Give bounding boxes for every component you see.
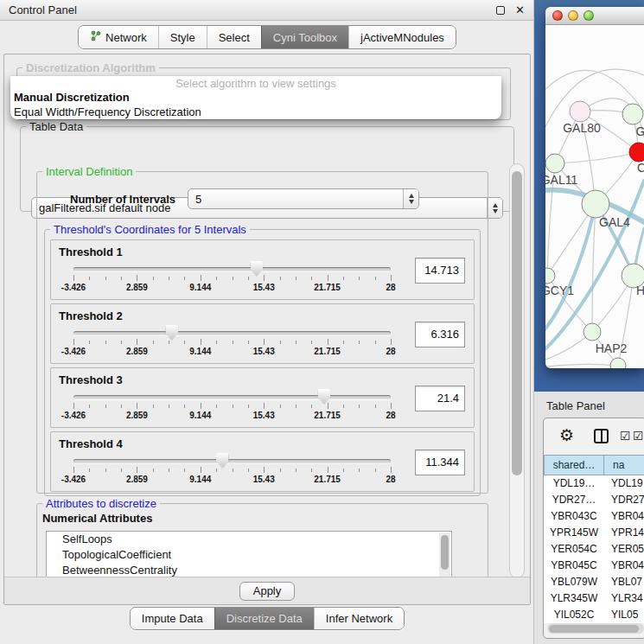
table-horizontal-scrollbar[interactable] — [547, 623, 644, 634]
cell-shared-name[interactable]: YLR345W — [544, 590, 604, 607]
combo-stepper-icon[interactable] — [403, 189, 418, 208]
table-row[interactable]: YLR345WYLR34 — [544, 590, 644, 607]
table-row[interactable]: YDL19…YDL19 — [544, 475, 644, 492]
cell-shared-name[interactable]: YDR27… — [544, 492, 604, 508]
threshold-label: Threshold 3 — [59, 373, 123, 386]
float-window-icon[interactable] — [496, 6, 505, 15]
close-traffic-light-icon[interactable] — [552, 10, 563, 21]
cell-shared-name[interactable]: YPR145W — [544, 525, 604, 541]
network-node[interactable] — [582, 190, 609, 218]
table-panel-title: Table Panel — [546, 399, 605, 412]
table-row[interactable]: YDR27…YDR27 — [544, 492, 644, 508]
attribute-list-item[interactable]: BetweennessCentrality — [47, 563, 451, 577]
threshold-value-field[interactable]: 6.316 — [415, 322, 465, 348]
cell-name[interactable]: YLR34 — [604, 590, 644, 607]
network-node[interactable] — [570, 101, 590, 122]
threshold-slider[interactable] — [73, 459, 391, 463]
threshold-slider[interactable] — [73, 331, 391, 335]
zoom-traffic-light-icon[interactable] — [583, 10, 594, 21]
threshold-slider[interactable] — [73, 267, 391, 271]
tab-select[interactable]: Select — [207, 26, 261, 48]
close-icon[interactable]: ✕ — [515, 6, 525, 15]
minimize-traffic-light-icon[interactable] — [568, 10, 578, 21]
checkbox-checked-icon[interactable]: ☑ — [620, 430, 631, 442]
tab-discretize-data[interactable]: Discretize Data — [214, 608, 314, 629]
scrollbar-thumb[interactable] — [549, 625, 639, 633]
slider-ticks — [73, 403, 391, 410]
network-node[interactable] — [545, 268, 555, 284]
network-node[interactable] — [622, 104, 643, 124]
table-row[interactable]: YBR043CYBR04 — [544, 508, 644, 525]
gear-icon[interactable]: ⚙ — [559, 427, 574, 443]
tick-label: 28 — [386, 411, 395, 420]
threshold-label: Threshold 4 — [59, 437, 123, 450]
cell-name[interactable]: YDL19 — [604, 475, 644, 492]
apply-button[interactable]: Apply — [239, 582, 295, 601]
cell-shared-name[interactable]: YBR043C — [544, 508, 604, 525]
tick-label: 2.859 — [126, 475, 148, 484]
threshold-value-field[interactable]: 11.344 — [415, 450, 465, 475]
network-node[interactable] — [629, 143, 644, 162]
cell-shared-name[interactable]: YBL079W — [544, 574, 604, 590]
cell-shared-name[interactable]: YBR045C — [544, 558, 604, 574]
table-row[interactable]: YBR045CYBR04 — [544, 558, 644, 574]
threshold-value-field[interactable]: 21.4 — [415, 386, 465, 411]
threshold-label: Threshold 2 — [59, 309, 123, 322]
threshold-row: Threshold 1 -3.4262.8599.14415.4321.7152… — [50, 239, 475, 300]
tick-label: 2.859 — [126, 283, 148, 292]
network-canvas[interactable]: GAL80GCGAL11GAL4GCY1HHAP2 — [545, 25, 644, 368]
cell-name[interactable]: YPR14 — [604, 525, 644, 541]
cell-name[interactable]: YIL05 — [604, 607, 644, 623]
tab-jactivemnodules[interactable]: jActiveMNodules — [348, 26, 456, 48]
tab-network[interactable]: Network — [79, 26, 158, 48]
scrollbar-thumb[interactable] — [441, 535, 449, 570]
cell-name[interactable]: YDR27 — [604, 492, 644, 508]
table-panel: Table Panel ⚙ ☑ ☑ shared… na YDL19…YDL19… — [534, 392, 644, 644]
network-node[interactable] — [583, 323, 601, 341]
threshold-label: Threshold 1 — [59, 245, 123, 258]
cell-shared-name[interactable]: YIL052C — [544, 607, 604, 623]
tab-impute-data[interactable]: Impute Data — [131, 608, 214, 629]
cell-shared-name[interactable]: YER054C — [544, 541, 604, 558]
tick-label: 2.859 — [126, 411, 148, 420]
split-columns-icon[interactable] — [594, 429, 609, 443]
attribute-list-item[interactable]: SelfLoops — [47, 532, 451, 547]
cell-name[interactable]: YBR04 — [604, 558, 644, 574]
threshold-slider[interactable] — [73, 395, 391, 399]
column-header-shared-name[interactable]: shared… — [544, 455, 604, 475]
number-of-intervals-value: 5 — [188, 193, 403, 206]
table-data-group-title: Table Data — [26, 120, 86, 133]
interval-definition-group-title: Interval Definition — [42, 165, 136, 178]
thresholds-group-title: Threshold's Coordinates for 5 Intervals — [50, 223, 250, 236]
algorithm-prompt-item[interactable]: Select algorithm to view settings — [10, 76, 501, 90]
number-of-intervals-combobox[interactable]: 5 — [188, 188, 419, 209]
cell-shared-name[interactable]: YDL19… — [544, 475, 604, 492]
scrollbar-thumb[interactable] — [512, 171, 522, 475]
tick-label: 2.859 — [126, 347, 148, 356]
apply-toolbar: Apply — [4, 577, 530, 604]
tick-label: 15.43 — [253, 475, 275, 484]
algorithm-menu-item[interactable]: Manual Discretization — [10, 90, 501, 105]
attribute-list-item[interactable]: TopologicalCoefficient — [47, 547, 451, 563]
tab-cyni-toolbox[interactable]: Cyni Toolbox — [261, 26, 348, 48]
checkbox-checked-icon[interactable]: ☑ — [633, 430, 644, 442]
numerical-attributes-list[interactable]: SelfLoopsTopologicalCoefficientBetweenne… — [46, 531, 452, 577]
network-node[interactable] — [545, 154, 564, 173]
panel-vertical-scrollbar[interactable] — [509, 163, 525, 578]
node-label: GAL11 — [545, 173, 577, 187]
cell-name[interactable]: YBR04 — [604, 508, 644, 525]
tab-infer-network[interactable]: Infer Network — [314, 608, 404, 629]
attributes-list-scrollbar[interactable] — [439, 532, 450, 577]
algorithm-menu-item[interactable]: Equal Width/Frequency Discretization — [10, 105, 501, 119]
table-row[interactable]: YPR145WYPR14 — [544, 525, 644, 541]
cell-name[interactable]: YER05 — [604, 541, 644, 558]
tick-label: 21.715 — [314, 347, 341, 356]
network-view-window[interactable]: GAL80GCGAL11GAL4GCY1HHAP2 — [545, 7, 644, 368]
column-header-name[interactable]: na — [604, 455, 644, 475]
table-row[interactable]: YER054CYER05 — [544, 541, 644, 558]
cell-name[interactable]: YBL07 — [604, 574, 644, 590]
table-row[interactable]: YIL052CYIL05 — [544, 607, 644, 623]
table-row[interactable]: YBL079WYBL07 — [544, 574, 644, 590]
threshold-value-field[interactable]: 14.713 — [415, 258, 465, 284]
tab-style[interactable]: Style — [158, 26, 207, 48]
